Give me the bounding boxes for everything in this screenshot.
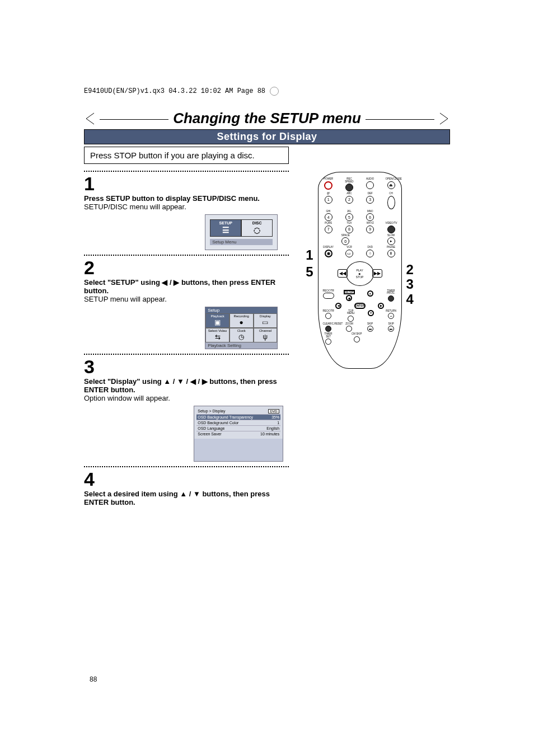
callout-1: 1 [306,247,313,263]
btn-6[interactable]: 6 [366,213,374,221]
power-button[interactable] [324,181,332,190]
btn-dvd[interactable]: ○ [366,250,374,257]
step-3-heading: Select "Display" using ▲ / ▼ / ◀ / ▶ but… [84,377,289,394]
tile-clock: Clock◷ [229,328,254,342]
opt-transparency-value: 35% [271,415,279,419]
title-line-left [100,119,168,120]
btn-3[interactable]: 3 [366,196,374,204]
display-screen-title: Setup > Display [198,409,225,414]
btn-skip-back[interactable]: ⏮ [367,326,373,332]
opt-transparency: OSD Background Transparency35% [196,414,280,420]
recspeed-button[interactable] [345,184,353,191]
btn-topmenu[interactable] [348,316,354,322]
remote-column: 1 5 POWER REC SPEED AUDIO OPEN/CLOSE⏏ @!… [306,172,450,511]
lbl-space: SPACE [340,234,351,237]
btn-menulist[interactable] [325,313,331,319]
lbl-4: GHI [323,210,334,213]
remote-left-callouts: 1 5 [306,247,313,280]
step-1-num: 1 [84,174,289,193]
btn-recotr[interactable] [323,293,334,299]
btn-8[interactable]: 8 [345,226,353,233]
setup-tab: SETUP ☰ [210,219,241,237]
btn-pause[interactable]: ⏸ [387,250,395,257]
btn-4[interactable]: 4 [325,213,332,221]
setup-screen-caption: Playback Setting [205,342,277,349]
openclose-button[interactable]: ⏏ [387,181,395,189]
btn-slow[interactable]: ▸ [387,237,395,245]
lbl-6: MNO [364,210,376,213]
lbl-5: JKL [344,210,355,213]
btn-zoom[interactable] [346,326,352,332]
tile-recording: Recording● [229,313,254,328]
btn-down[interactable]: ▼ [368,310,374,316]
tile-select-video-label: Select Video [208,329,227,332]
btn-return[interactable]: ↵ [388,313,394,319]
display-screen: Setup > Display DVD OSD Background Trans… [194,406,283,462]
lbl-timerprog: TIMER PROG. [386,290,397,295]
btn-cmskip[interactable] [354,336,360,342]
btn-5[interactable]: 5 [345,213,353,221]
btn-right[interactable]: ▶ [378,303,384,309]
disc-tab-label: DISC [243,221,271,225]
note-box: Press STOP button if you are playing a d… [84,147,289,164]
btn-play-stop[interactable]: PLAY ▶ STOP [346,261,374,286]
opt-bgcolor: OSD Background Color1 [196,420,280,425]
lbl-recotr: REC/OTR [323,290,334,293]
display-screen-padding [194,439,283,461]
callout-3: 3 [406,277,414,292]
lbl-8: TUV [344,222,355,225]
disc-tab-icon: ◌ [243,225,271,235]
btn-9[interactable]: 9 [366,226,374,233]
btn-7[interactable]: 7 [325,226,332,233]
btn-up[interactable]: ▲ [367,290,373,297]
tile-select-video: Select Video⇆ [205,328,229,342]
setup-screen-title: Setup [205,307,277,313]
crosshair-icon [270,87,279,96]
btn-setup[interactable]: ◉ [346,295,352,301]
tile-playback: Playback▣ [205,313,229,328]
tile-recording-label: Recording [234,314,249,318]
lbl-timerset: TIMER SET [323,333,334,338]
btn-videotv[interactable] [387,226,395,233]
step-1-body: SETUP/DISC menu will appear. [84,203,289,211]
tile-display-label: Display [260,314,271,318]
lbl-vcr: VCR [344,246,355,249]
lbl-return: RETURN [386,310,397,313]
btn-skip-fwd[interactable]: ⏭ [388,326,394,332]
title-line-right [366,119,434,120]
btn-timerprog[interactable] [388,295,394,302]
step-4-heading: Select a desired item using ▲ / ▼ button… [84,490,289,506]
opt-bgcolor-value: 1 [277,421,279,425]
setup-screen: Setup Playback▣ Recording● Display▭ Sele… [205,307,278,349]
lbl-clear: CLEAR/C.RESET [323,323,334,326]
btn-ch[interactable] [387,196,395,209]
remote-right-callouts: 2 3 4 [406,262,414,307]
lbl-1: @! [323,192,334,195]
step-4: 4 Select a desired item using ▲ / ▼ butt… [84,466,289,506]
lbl-skip-back: SKIP [364,323,376,326]
title-row: Changing the SETUP menu [84,110,450,127]
setup-tab-label: SETUP [212,221,240,225]
btn-clear[interactable] [325,326,331,332]
lbl-recspeed: REC SPEED [344,178,355,183]
btn-vcr[interactable]: ▭ [345,250,353,257]
btn-enter[interactable]: ENTER [354,303,366,309]
btn-0[interactable]: 0 [341,237,349,245]
lbl-topmenu: TOP MENU [345,310,357,315]
opt-bgcolor-label: OSD Background Color [198,421,238,425]
callout-5: 5 [306,264,313,280]
step-3: 3 Select "Display" using ▲ / ▼ / ◀ / ▶ b… [84,354,289,462]
btn-timerset[interactable] [325,339,331,345]
page-title: Changing the SETUP menu [173,110,361,127]
btn-left[interactable]: ◀ [335,303,341,309]
audio-button[interactable] [366,181,374,189]
print-header: E9410UD(EN/SP)v1.qx3 04.3.22 10:02 AM Pa… [84,87,450,96]
btn-display[interactable]: ◉ [325,250,332,257]
lbl-2: ABC [344,192,355,195]
tile-display: Display▭ [254,313,278,328]
print-header-text: E9410UD(EN/SP)v1.qx3 04.3.22 10:02 AM Pa… [84,87,265,95]
step-2-heading: Select "SETUP" using ◀ / ▶ buttons, then… [84,278,289,295]
opt-language: OSD LanguageEnglish [196,425,280,431]
btn-2[interactable]: 2 [345,196,353,204]
btn-1[interactable]: 1 [325,196,332,204]
